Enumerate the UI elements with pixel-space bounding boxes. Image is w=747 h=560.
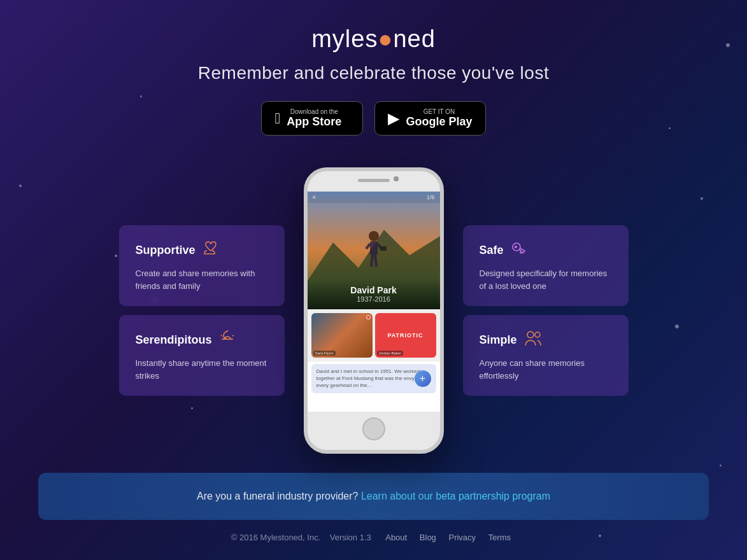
phone-camera <box>394 176 399 181</box>
add-memory-button[interactable]: + <box>415 370 431 387</box>
google-play-button[interactable]: ▶ GET IT ON Google Play <box>374 101 485 136</box>
people-icon <box>523 329 544 351</box>
cta-banner: Are you a funeral industry provider? Lea… <box>38 473 709 520</box>
footer-link-terms[interactable]: Terms <box>488 533 511 542</box>
svg-point-15 <box>527 332 534 338</box>
feature-header-supportive: Supportive <box>136 239 268 261</box>
svg-point-14 <box>515 246 517 248</box>
svg-line-11 <box>371 255 373 267</box>
google-play-icon: ▶ <box>388 109 399 127</box>
memory-text-card: David and I met in school in 1951. We wo… <box>311 364 436 393</box>
footer-version: Version 1.3 <box>330 533 371 542</box>
phone-mockup: ≡ 1/6 <box>304 167 444 454</box>
heart-hand-icon <box>202 239 220 261</box>
features-section: Supportive Create and share memories wit… <box>0 167 747 454</box>
hero-tagline: Remember and celebrate those you've lost <box>0 63 747 83</box>
phone-screen: ≡ 1/6 <box>308 192 440 412</box>
profile-overlay: David Park 1937-2016 <box>308 279 440 309</box>
footer-link-privacy[interactable]: Privacy <box>448 533 476 542</box>
svg-rect-7 <box>370 241 378 255</box>
profile-hero-photo: David Park 1937-2016 <box>308 192 440 309</box>
phone-speaker <box>358 179 390 182</box>
store-buttons-group:  Download on the App Store ▶ GET IT ON … <box>0 101 747 136</box>
footer: © 2016 Mylestoned, Inc. Version 1.3 Abou… <box>0 520 747 552</box>
feature-card-supportive: Supportive Create and share memories wit… <box>119 225 285 306</box>
feature-header-simple: Simple <box>480 329 612 351</box>
memory-card-patriotic: PATRIOTIC Jordan Baker <box>375 313 436 358</box>
feature-card-serendipitous: Serendipitous Instantly share anytime th… <box>119 315 285 396</box>
svg-rect-10 <box>380 246 387 251</box>
logo-accent: ● <box>378 25 393 52</box>
phone-home-button <box>362 417 385 440</box>
svg-line-12 <box>375 255 376 267</box>
phone-body: ≡ 1/6 <box>304 167 444 454</box>
footer-link-blog[interactable]: Blog <box>420 533 436 542</box>
google-play-text: GET IT ON Google Play <box>406 108 472 129</box>
feature-card-safe: Safe Designed specifically for memories … <box>463 225 629 306</box>
feature-header-serendipitous: Serendipitous <box>136 329 268 351</box>
features-left: Supportive Create and share memories wit… <box>119 225 285 396</box>
cta-link[interactable]: Learn about our beta partnership program <box>361 491 550 501</box>
footer-link-about[interactable]: About <box>385 533 407 542</box>
site-logo: myles●ned <box>0 25 747 53</box>
memory-card-landscape: Sara Flynn <box>311 313 373 358</box>
feature-header-safe: Safe <box>480 239 612 261</box>
svg-line-2 <box>232 335 234 336</box>
hero-section: myles●ned Remember and celebrate those y… <box>0 0 747 167</box>
app-store-text: Download on the App Store <box>287 108 341 129</box>
sunrise-icon <box>218 329 236 351</box>
memory-cards-row: Sara Flynn PATRIOTIC Jordan Baker <box>308 309 440 361</box>
screen-top-bar: ≡ 1/6 <box>308 192 440 203</box>
svg-point-16 <box>535 332 540 337</box>
footer-copyright: © 2016 Mylestoned, Inc. <box>231 533 320 542</box>
svg-point-6 <box>369 231 379 241</box>
cta-text: Are you a funeral industry provider? Lea… <box>197 491 550 501</box>
key-icon <box>510 239 528 261</box>
svg-line-1 <box>221 335 222 336</box>
apple-icon:  <box>274 109 280 127</box>
features-right: Safe Designed specifically for memories … <box>463 225 629 396</box>
app-store-button[interactable]:  Download on the App Store <box>261 101 363 136</box>
card-notification-dot <box>366 315 371 319</box>
feature-card-simple: Simple Anyone can share memories effortl… <box>463 315 629 396</box>
